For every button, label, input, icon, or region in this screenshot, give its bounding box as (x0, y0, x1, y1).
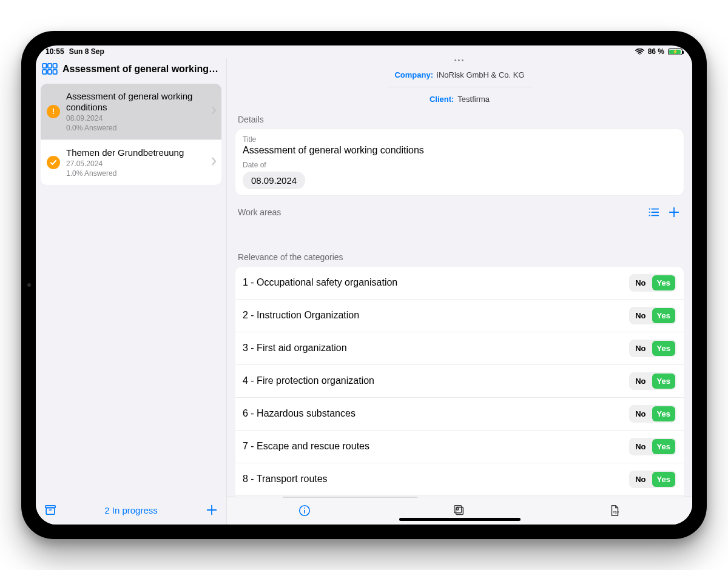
toggle-no[interactable]: No (630, 406, 650, 421)
sidebar-title: Assessment of general working co… (62, 64, 220, 75)
add-assessment-button[interactable] (206, 504, 218, 516)
category-row: 4 - Fire protection organizationNoYes (235, 365, 684, 398)
relevance-toggle[interactable]: NoYes (629, 471, 676, 488)
category-label: 2 - Instruction Organization (243, 310, 623, 321)
svg-point-21 (304, 508, 305, 509)
category-row: 6 - Hazardous substancesNoYes (235, 398, 684, 431)
home-indicator[interactable] (399, 518, 521, 521)
category-label: 1 - Occupational safety organisation (243, 277, 623, 288)
section-heading-categories: Relevance of the categories (235, 252, 684, 267)
svg-rect-23 (454, 506, 462, 513)
date-chip[interactable]: 08.09.2024 (243, 172, 305, 189)
status-date: Sun 8 Sep (69, 47, 104, 56)
svg-text:PDF: PDF (613, 511, 619, 514)
svg-rect-0 (42, 63, 46, 67)
archive-button[interactable] (44, 504, 56, 516)
workareas-list-button[interactable] (647, 206, 659, 218)
wifi-icon (635, 49, 644, 55)
relevance-toggle[interactable]: NoYes (629, 405, 676, 423)
tab-photos[interactable] (445, 504, 474, 517)
status-ok-icon (47, 156, 60, 169)
category-row: 1 - Occupational safety organisationNoYe… (235, 267, 684, 300)
list-item-progress: 0.0% Answered (66, 124, 206, 132)
apps-grid-icon[interactable] (42, 63, 58, 75)
detail-tabbar: PDF (227, 497, 692, 525)
category-label: 8 - Transport routes (243, 474, 623, 485)
list-item-title: Assessment of general working conditions (66, 91, 206, 113)
assessment-detail: ••• Company: iNoRisk GmbH & Co. KG Clien… (227, 58, 692, 525)
svg-rect-2 (53, 63, 56, 67)
company-label: Company: (394, 70, 433, 79)
category-row: 2 - Instruction OrganizationNoYes (235, 300, 684, 332)
toggle-no[interactable]: No (630, 374, 650, 389)
toggle-yes[interactable]: Yes (652, 439, 675, 454)
categories-group: 1 - Occupational safety organisationNoYe… (235, 267, 684, 497)
toggle-yes[interactable]: Yes (652, 341, 675, 356)
relevance-toggle[interactable]: NoYes (629, 307, 676, 324)
toggle-yes[interactable]: Yes (652, 406, 675, 421)
battery-icon: ⚡ (668, 49, 682, 55)
sidebar-footer-label: 2 In progress (62, 505, 200, 515)
list-item-title: Themen der Grundbetreuung (66, 147, 206, 158)
svg-rect-5 (53, 69, 56, 73)
category-row: 7 - Escape and rescue routesNoYes (235, 431, 684, 463)
details-group: Title Assessment of general working cond… (235, 129, 684, 195)
assessment-sidebar: Assessment of general working co… ! Asse… (36, 58, 227, 525)
tablet-camera (27, 283, 31, 287)
toggle-yes[interactable]: Yes (652, 472, 675, 487)
toggle-no[interactable]: No (630, 439, 650, 454)
toggle-no[interactable]: No (630, 308, 650, 323)
assessment-list-item[interactable]: Themen der Grundbetreuung 27.05.2024 1.0… (41, 139, 221, 185)
category-label: 6 - Hazardous substances (243, 408, 623, 419)
category-label: 3 - First aid organization (243, 343, 623, 354)
category-label: 7 - Escape and rescue routes (243, 441, 623, 452)
svg-rect-4 (48, 69, 52, 73)
toggle-no[interactable]: No (630, 472, 650, 487)
workareas-add-button[interactable] (668, 206, 680, 218)
status-bar: 10:55 Sun 8 Sep 86 % ⚡ (36, 45, 692, 58)
detail-header: Company: iNoRisk GmbH & Co. KG Client: T… (227, 62, 692, 115)
title-field-label: Title (243, 135, 676, 144)
chevron-right-icon (212, 157, 217, 168)
section-heading-workareas: Work areas (238, 207, 281, 217)
svg-rect-1 (48, 63, 52, 67)
relevance-toggle[interactable]: NoYes (629, 340, 676, 357)
category-row: 8 - Transport routesNoYes (235, 463, 684, 496)
date-field-label: Date of (243, 161, 676, 169)
toggle-yes[interactable]: Yes (652, 308, 675, 323)
assessment-list-item[interactable]: ! Assessment of general working conditio… (41, 84, 221, 139)
chevron-right-icon (212, 106, 217, 117)
battery-percent: 86 % (648, 47, 664, 56)
tab-info[interactable] (290, 504, 319, 517)
svg-point-24 (457, 508, 459, 511)
list-item-date: 27.05.2024 (66, 159, 206, 168)
title-field-value[interactable]: Assessment of general working conditions (243, 144, 676, 161)
tab-pdf[interactable]: PDF (600, 504, 629, 517)
relevance-toggle[interactable]: NoYes (629, 372, 676, 390)
company-value: iNoRisk GmbH & Co. KG (437, 70, 524, 79)
category-label: 4 - Fire protection organization (243, 375, 623, 386)
relevance-toggle[interactable]: NoYes (629, 438, 676, 455)
svg-rect-3 (42, 69, 46, 73)
toggle-no[interactable]: No (630, 275, 650, 290)
category-row: 3 - First aid organizationNoYes (235, 332, 684, 365)
status-warning-icon: ! (47, 105, 60, 118)
svg-point-11 (649, 208, 650, 209)
toggle-yes[interactable]: Yes (652, 275, 675, 290)
toggle-no[interactable]: No (630, 341, 650, 356)
list-item-date: 08.09.2024 (66, 114, 206, 122)
client-value: Testfirma (457, 95, 490, 104)
toggle-yes[interactable]: Yes (652, 374, 675, 389)
client-label: Client: (430, 95, 454, 104)
svg-point-13 (649, 211, 650, 212)
section-heading-details: Details (235, 115, 684, 129)
svg-rect-7 (46, 508, 55, 514)
svg-point-15 (649, 215, 650, 216)
status-time: 10:55 (46, 47, 64, 56)
list-item-progress: 1.0% Answered (66, 169, 206, 178)
relevance-toggle[interactable]: NoYes (629, 274, 676, 292)
